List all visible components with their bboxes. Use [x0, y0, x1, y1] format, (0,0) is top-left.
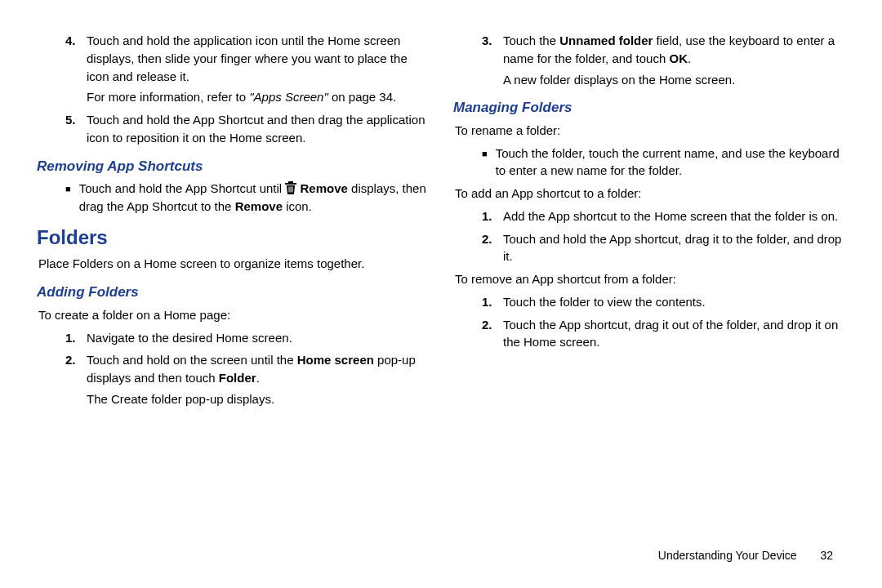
step-number: 2. — [482, 230, 498, 266]
adding-intro: To create a folder on a Home page: — [37, 306, 429, 324]
step-number: 1. — [482, 207, 498, 225]
txt-post: . — [256, 371, 260, 385]
step-sub: A new folder displays on the Home screen… — [503, 71, 845, 89]
step-text: Touch and hold the App Shortcut and then… — [87, 111, 429, 147]
right-column: 3. Touch the Unnamed folder field, use t… — [453, 29, 845, 519]
add-shortcut-steps: 1. Add the App shortcut to the Home scre… — [453, 207, 845, 265]
step-body: Touch and hold on the screen until the H… — [87, 351, 429, 408]
step-sub: The Create folder pop-up displays. — [87, 390, 429, 408]
numbered-list-continued: 4. Touch and hold the application icon u… — [37, 32, 429, 147]
remove-shortcut-steps: 1. Touch the folder to view the contents… — [453, 293, 845, 351]
step-body: Touch and hold the application icon unti… — [87, 32, 429, 106]
rm-sc-step-1: 1. Touch the folder to view the contents… — [453, 293, 845, 311]
rename-bullet-list: ■ Touch the folder, touch the current na… — [453, 145, 845, 180]
add-shortcut-intro: To add an App shortcut to a folder: — [453, 185, 845, 203]
step-number: 1. — [65, 329, 82, 347]
left-column: 4. Touch and hold the application icon u… — [37, 29, 429, 519]
chapter-title: Understanding Your Device — [658, 549, 797, 562]
two-column-layout: 4. Touch and hold the application icon u… — [37, 29, 845, 519]
step-4: 4. Touch and hold the application icon u… — [37, 32, 429, 106]
svg-rect-4 — [292, 187, 293, 193]
removing-shortcuts-heading: Removing App Shortcuts — [37, 157, 429, 177]
step-more-info: For more information, refer to "Apps Scr… — [87, 88, 429, 106]
folders-intro: Place Folders on a Home screen to organi… — [37, 255, 429, 273]
more-pre: For more information, refer to — [87, 90, 249, 104]
bullet-body: Touch and hold the App Shortcut until Re… — [79, 180, 429, 216]
step-number: 4. — [65, 32, 82, 106]
svg-rect-3 — [291, 187, 292, 193]
step-text: Touch and hold the application icon unti… — [87, 33, 408, 83]
step-number: 3. — [482, 32, 498, 88]
step-number: 2. — [65, 351, 82, 408]
adding-steps: 1. Navigate to the desired Home screen. … — [37, 329, 429, 408]
folder-bold: Folder — [219, 371, 256, 385]
square-bullet-icon: ■ — [482, 145, 488, 180]
more-post: on page 34. — [328, 90, 396, 104]
adding-folders-heading: Adding Folders — [37, 283, 429, 303]
txt-pre: Touch and hold the App Shortcut until — [79, 181, 286, 195]
add-step-2: 2. Touch and hold on the screen until th… — [37, 351, 429, 408]
numbered-list-continued-right: 3. Touch the Unnamed folder field, use t… — [453, 32, 845, 88]
rename-intro: To rename a folder: — [453, 122, 845, 140]
remove-label-bold-2: Remove — [235, 199, 283, 213]
step-text: Touch and hold the App shortcut, drag it… — [503, 230, 845, 266]
ok-bold: OK — [669, 51, 688, 65]
square-bullet-icon: ■ — [65, 180, 71, 216]
add-sc-step-2: 2. Touch and hold the App shortcut, drag… — [453, 230, 845, 266]
txt-post: icon. — [283, 199, 312, 213]
step-body: Touch the Unnamed folder field, use the … — [503, 32, 845, 88]
step-number: 5. — [65, 111, 82, 147]
svg-rect-1 — [285, 183, 296, 185]
step-number: 1. — [482, 293, 498, 311]
remove-label-bold: Remove — [296, 181, 348, 195]
txt-post: . — [688, 51, 691, 65]
trash-icon — [285, 181, 296, 194]
add-sc-step-1: 1. Add the App shortcut to the Home scre… — [453, 207, 845, 225]
bullet-text: Touch the folder, touch the current name… — [496, 145, 845, 180]
home-screen-bold: Home screen — [297, 353, 374, 367]
step-5: 5. Touch and hold the App Shortcut and t… — [37, 111, 429, 147]
txt-pre: Touch the — [503, 33, 559, 47]
remove-shortcut-intro: To remove an App shortcut from a folder: — [453, 270, 845, 288]
step-3: 3. Touch the Unnamed folder field, use t… — [453, 32, 845, 88]
unnamed-folder-bold: Unnamed folder — [559, 33, 653, 47]
page-footer: Understanding Your Device 32 — [658, 547, 833, 564]
step-text: Add the App shortcut to the Home screen … — [503, 207, 838, 225]
page-number: 32 — [820, 549, 833, 562]
rename-bullet: ■ Touch the folder, touch the current na… — [453, 145, 845, 180]
svg-rect-0 — [288, 181, 293, 183]
txt-pre: Touch and hold on the screen until the — [87, 353, 297, 367]
folders-heading: Folders — [37, 224, 429, 252]
svg-rect-2 — [289, 187, 290, 193]
step-text: Touch the App shortcut, drag it out of t… — [503, 316, 845, 352]
step-text: Touch the folder to view the contents. — [503, 293, 706, 311]
rm-sc-step-2: 2. Touch the App shortcut, drag it out o… — [453, 316, 845, 352]
removing-bullet: ■ Touch and hold the App Shortcut until … — [37, 180, 429, 216]
step-number: 2. — [482, 316, 498, 352]
removing-bullet-list: ■ Touch and hold the App Shortcut until … — [37, 180, 429, 216]
step-text: Navigate to the desired Home screen. — [87, 329, 292, 347]
managing-folders-heading: Managing Folders — [453, 98, 845, 118]
apps-screen-ref: "Apps Screen" — [249, 90, 328, 104]
add-step-1: 1. Navigate to the desired Home screen. — [37, 329, 429, 347]
